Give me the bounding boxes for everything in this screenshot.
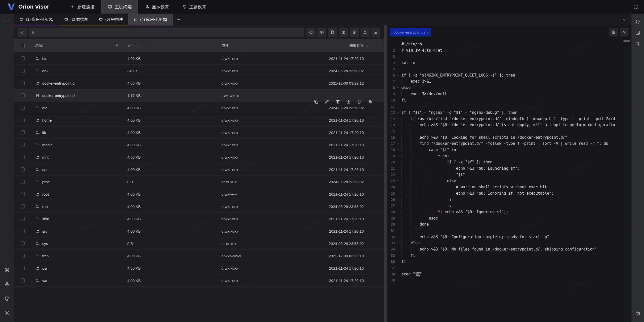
code-line[interactable]: 32 echo >&3 "$0: Configuration complete;… bbox=[387, 234, 631, 240]
edit-button[interactable] bbox=[325, 99, 330, 104]
editor-scrollbar-thumb[interactable] bbox=[623, 40, 630, 42]
session-tab-4[interactable]: (4) 应用-分析02 bbox=[128, 14, 173, 25]
code-line[interactable]: 12 if [ "$1" = "nginx" -o "$1" = "nginx-… bbox=[387, 110, 631, 116]
row-checkbox[interactable] bbox=[21, 93, 25, 97]
menu-item-theme-settings[interactable]: 主题设置 bbox=[176, 0, 213, 14]
code-line[interactable]: 4 set -e bbox=[387, 60, 631, 66]
code-line[interactable]: 19 *.sh) bbox=[387, 153, 631, 159]
fullscreen-button[interactable] bbox=[631, 0, 641, 14]
close-editor-button[interactable] bbox=[620, 28, 628, 37]
row-checkbox[interactable] bbox=[21, 254, 25, 258]
table-row[interactable]: docker-entrypoint.sh 1.17 KB -rwxrwxr-x bbox=[14, 89, 384, 102]
code-line[interactable]: 17 find "/docker-entrypoint.d/" -follow … bbox=[387, 140, 631, 147]
table-row[interactable]: usr 4.00 KB drwxr-xr-x 2021-11-24 17:20:… bbox=[14, 262, 384, 274]
code-line[interactable]: 5 bbox=[387, 66, 631, 72]
row-checkbox[interactable] bbox=[21, 229, 25, 233]
code-line[interactable]: 11 bbox=[387, 103, 631, 110]
code-line[interactable]: 25 echo >&3 "$0: Ignoring $f, not execut… bbox=[387, 190, 631, 197]
row-checkbox[interactable] bbox=[21, 180, 25, 184]
row-checkbox[interactable] bbox=[21, 143, 25, 147]
file-name[interactable]: docker-entrypoint.sh bbox=[42, 93, 76, 98]
file-name[interactable]: bin bbox=[42, 56, 47, 61]
code-line[interactable]: 36 fi bbox=[387, 259, 631, 265]
delete-button[interactable] bbox=[335, 99, 340, 104]
download-button[interactable] bbox=[371, 28, 380, 37]
fold-toggle[interactable] bbox=[395, 241, 401, 244]
row-checkbox[interactable] bbox=[21, 81, 25, 85]
table-row[interactable]: sys 0 B dr-xr-xr-x 2024-05-28 23:58:02 bbox=[14, 237, 384, 250]
file-name[interactable]: proc bbox=[42, 180, 50, 184]
code-line[interactable]: 38 exec "$@" bbox=[387, 271, 631, 277]
delete-button[interactable] bbox=[350, 28, 359, 37]
shortcut-keys-button[interactable] bbox=[0, 264, 14, 275]
table-row[interactable]: var 4.00 KB drwxr-xr-x 2021-11-24 17:20:… bbox=[14, 274, 384, 287]
file-name[interactable]: etc bbox=[42, 106, 47, 110]
add-tab-button[interactable] bbox=[173, 14, 185, 25]
table-row[interactable]: docker-entrypoint.d 4.00 KB drwxr-xr-x 2… bbox=[14, 77, 384, 89]
new-file-button[interactable] bbox=[328, 28, 337, 37]
code-line[interactable]: 9 exec 3>/dev/null bbox=[387, 91, 631, 97]
file-name[interactable]: media bbox=[42, 143, 53, 147]
file-name[interactable]: root bbox=[42, 192, 49, 196]
settings-button[interactable] bbox=[0, 307, 14, 318]
fold-toggle[interactable] bbox=[395, 179, 401, 182]
code-line[interactable]: 30 done bbox=[387, 221, 631, 228]
fold-toggle[interactable] bbox=[395, 155, 401, 158]
menu-item-display-settings[interactable]: 显示设置 bbox=[138, 0, 176, 14]
download-button[interactable] bbox=[346, 99, 351, 104]
table-row[interactable]: tmp 4.00 KB drwxrwxrwx 2021-12-30 03:29:… bbox=[14, 250, 384, 262]
table-row[interactable]: opt 4.00 KB drwxr-xr-x 2021-11-24 17:20:… bbox=[14, 163, 384, 176]
table-row[interactable]: mnt 4.00 KB drwxr-xr-x 2021-11-24 17:20:… bbox=[14, 151, 384, 163]
code-line[interactable]: 1 #!/bin/sh bbox=[387, 41, 631, 47]
file-name[interactable]: run bbox=[42, 204, 48, 209]
copy-button[interactable] bbox=[314, 99, 319, 104]
row-checkbox[interactable] bbox=[21, 130, 25, 134]
table-row[interactable]: bin 4.00 KB drwxr-xr-x 2021-11-24 17:20:… bbox=[14, 52, 384, 65]
code-line[interactable]: 37 bbox=[387, 265, 631, 271]
upload-button[interactable] bbox=[360, 28, 370, 37]
menu-item-new-connection[interactable]: 新建连接 bbox=[64, 0, 101, 14]
select-all-checkbox[interactable] bbox=[21, 44, 25, 48]
code-line[interactable]: 20 if [ -x "$f" ]; then bbox=[387, 159, 631, 165]
file-name[interactable]: usr bbox=[42, 266, 48, 270]
fold-toggle[interactable] bbox=[395, 74, 401, 77]
row-checkbox[interactable] bbox=[21, 217, 25, 221]
table-row[interactable]: proc 0 B dr-xr-xr-x 2024-05-28 23:58:02 bbox=[14, 176, 384, 188]
fold-toggle[interactable] bbox=[395, 142, 401, 145]
row-checkbox[interactable] bbox=[21, 278, 25, 282]
row-checkbox[interactable] bbox=[21, 167, 25, 171]
file-name[interactable]: docker-entrypoint.d bbox=[42, 81, 74, 85]
session-tab-2[interactable]: (2) 数据库 bbox=[59, 14, 94, 25]
menu-item-host-terminal[interactable]: 主机终端 bbox=[101, 0, 138, 14]
permission-button[interactable] bbox=[368, 99, 373, 104]
row-checkbox[interactable] bbox=[21, 241, 25, 245]
command-snippets-button[interactable] bbox=[631, 27, 644, 38]
code-line[interactable]: 21 echo >&3 "$0: Launching $f"; bbox=[387, 165, 631, 172]
code-line[interactable]: 13 if /usr/bin/find "/docker-entrypoint.… bbox=[387, 116, 631, 122]
code-line[interactable]: 18 case "$f" in bbox=[387, 147, 631, 153]
sort-mtime-icon[interactable] bbox=[366, 44, 369, 47]
code-line[interactable]: 15 bbox=[387, 128, 631, 134]
row-checkbox[interactable] bbox=[21, 69, 25, 73]
table-row[interactable]: sbin 4.00 KB drwxr-xr-x 2021-11-24 17:20… bbox=[14, 213, 384, 225]
table-row[interactable]: srv 4.00 KB drwxr-xr-x 2021-11-24 17:20:… bbox=[14, 225, 384, 237]
code-line[interactable]: 6 if [ -z "${NGINX_ENTRYPOINT_QUIET_LOGS… bbox=[387, 72, 631, 78]
file-name[interactable]: opt bbox=[42, 167, 48, 172]
code-line[interactable]: 23 else bbox=[387, 178, 631, 184]
row-checkbox[interactable] bbox=[21, 155, 25, 159]
screenshot-button[interactable] bbox=[631, 308, 644, 319]
code-line[interactable]: 34 echo >&3 "$0: No files found in /dock… bbox=[387, 246, 631, 253]
code-line[interactable]: 39 bbox=[387, 277, 631, 283]
panel-splitter[interactable] bbox=[384, 25, 387, 322]
new-session-button[interactable] bbox=[0, 15, 14, 26]
code-line[interactable]: 16 echo >&3 "$0: Looking for shell scrip… bbox=[387, 134, 631, 140]
row-checkbox[interactable] bbox=[21, 204, 25, 208]
new-folder-button[interactable] bbox=[339, 28, 348, 37]
code-line[interactable]: 8 else bbox=[387, 85, 631, 91]
code-line[interactable]: 24 # warn on shell scripts without exec … bbox=[387, 184, 631, 190]
code-line[interactable]: 3 bbox=[387, 53, 631, 60]
code-line[interactable]: 22 "$f" bbox=[387, 171, 631, 178]
fold-toggle[interactable] bbox=[395, 111, 401, 114]
close-view-button[interactable] bbox=[619, 14, 628, 25]
file-name[interactable]: sys bbox=[42, 241, 48, 246]
